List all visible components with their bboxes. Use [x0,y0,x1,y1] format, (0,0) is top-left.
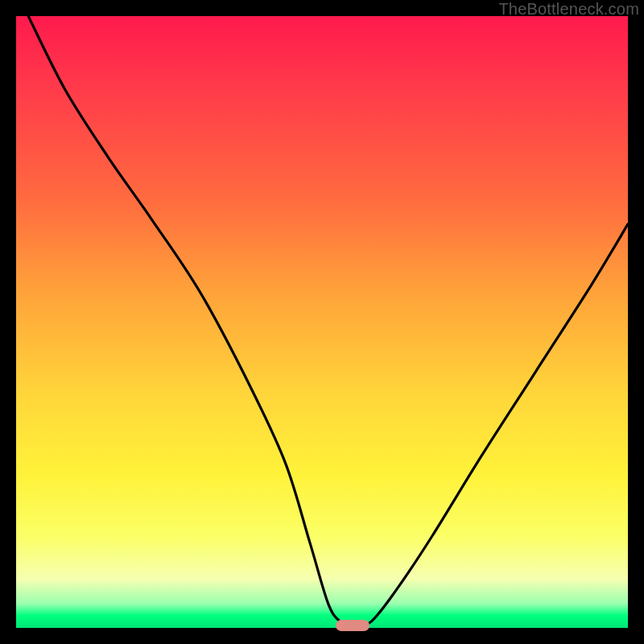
plot-area [16,16,628,628]
watermark-text: TheBottleneck.com [498,0,639,19]
min-marker [336,620,369,631]
chart-frame: TheBottleneck.com [0,0,644,644]
bottleneck-curve [16,16,628,628]
